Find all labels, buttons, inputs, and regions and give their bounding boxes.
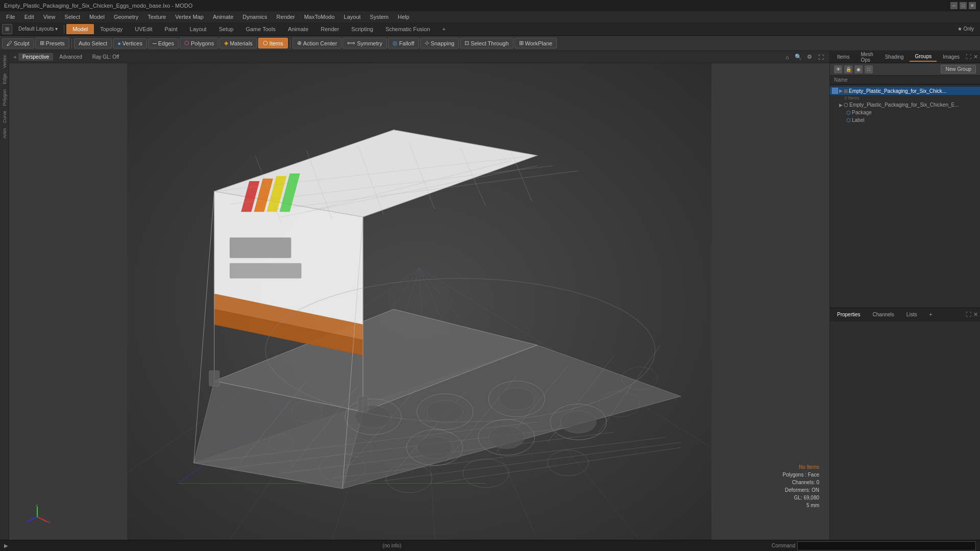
snapping-button[interactable]: ⊹ Snapping [420, 38, 459, 48]
viewport-advanced-btn[interactable]: Advanced [55, 53, 86, 61]
main-layout: Vertex Edge Polygon Curve Anim ◂ Perspec… [0, 51, 980, 540]
tab-topology[interactable]: Topology [94, 24, 129, 34]
rb-right: ⛶ ✕ [966, 311, 978, 318]
tab-game-tools[interactable]: Game Tools [239, 24, 282, 34]
menu-maxtomodo[interactable]: MaxToModo [300, 13, 339, 21]
edges-button[interactable]: ─ Edges [148, 38, 179, 48]
viewport-canvas[interactable]: No Items Polygons : Face Channels: 0 Def… [9, 63, 829, 540]
item-2-icon: ⬡ [846, 110, 851, 115]
minimize-button[interactable]: ─ [950, 2, 958, 9]
menu-render[interactable]: Render [273, 13, 299, 21]
close-button[interactable]: ✕ [969, 2, 976, 9]
rb-close-icon[interactable]: ✕ [973, 311, 978, 318]
vertices-button[interactable]: ● Vertices [113, 38, 147, 48]
tree-view: ▶ ⊞ Empty_Plastic_Packaging_for_Six_Chic… [830, 85, 980, 308]
menu-edit[interactable]: Edit [20, 13, 38, 21]
tab-separator [64, 25, 64, 33]
menu-file[interactable]: File [2, 13, 19, 21]
falloff-button[interactable]: ◎ Falloff [388, 38, 419, 48]
tab-scripting[interactable]: Scripting [345, 24, 379, 34]
menu-texture[interactable]: Texture [143, 13, 170, 21]
item-1-label: Empty_Plastic_Packaging_for_Six_Chicken_… [849, 102, 978, 108]
default-layouts[interactable]: Default Layouts ▾ [14, 26, 62, 32]
rb-tab-plus[interactable]: + [924, 310, 937, 319]
rb-tab-channels[interactable]: Channels [868, 310, 899, 319]
viewport-ray-gl-btn[interactable]: Ray GL: Off [88, 53, 124, 61]
tab-layout[interactable]: Layout [184, 24, 213, 34]
materials-button[interactable]: ◈ Materials [219, 38, 257, 48]
tree-item-3[interactable]: ⬡ Label [830, 116, 980, 124]
vertices-icon: ● [117, 40, 121, 46]
rp-tab-groups[interactable]: Groups [910, 52, 937, 62]
rp-tab-shading[interactable]: Shading [880, 53, 909, 61]
sidebar-curve[interactable]: Curve [1, 109, 8, 125]
tab-schematic[interactable]: Schematic Fusion [379, 24, 436, 34]
rp-tab-images[interactable]: Images [938, 53, 965, 61]
polygons-button[interactable]: ⬡ Polygons [180, 38, 218, 48]
menu-system[interactable]: System [366, 13, 393, 21]
menu-model[interactable]: Model [85, 13, 109, 21]
right-bottom-tabs: Properties Channels Lists + ⛶ ✕ [830, 308, 980, 321]
tree-item-1[interactable]: ▶ ⬡ Empty_Plastic_Packaging_for_Six_Chic… [830, 101, 980, 109]
tab-model[interactable]: Model [66, 24, 94, 34]
sculpt-button[interactable]: 🖊 Sculpt [2, 38, 34, 48]
select-through-button[interactable]: ⊡ Select Through [460, 38, 513, 48]
menu-help[interactable]: Help [394, 13, 413, 21]
groups-select-btn[interactable]: □ [865, 65, 873, 73]
groups-visibility-btn[interactable]: 👁 [834, 65, 842, 73]
menu-dynamics[interactable]: Dynamics [238, 13, 271, 21]
viewport-zoom-icon[interactable]: 🔍 [794, 53, 803, 62]
tree-item-2[interactable]: ⬡ Package [830, 109, 980, 116]
groups-lock-btn[interactable]: 🔒 [844, 65, 852, 73]
viewport-expand-icon[interactable]: ⛶ [816, 53, 825, 62]
groups-render-btn[interactable]: ◉ [854, 65, 863, 73]
menu-view[interactable]: View [39, 13, 60, 21]
item-3-icon: ⬡ [846, 117, 851, 123]
sidebar-anim[interactable]: Anim [1, 126, 8, 141]
rp-close-icon[interactable]: ✕ [973, 54, 978, 60]
viewport-header-right: ⌂ 🔍 ⚙ ⛶ [782, 53, 825, 62]
tab-setup[interactable]: Setup [213, 24, 240, 34]
tree-group-root[interactable]: ▶ ⊞ Empty_Plastic_Packaging_for_Six_Chic… [830, 87, 980, 95]
presets-icon: ⊞ [40, 40, 44, 46]
tab-animate[interactable]: Animate [282, 24, 314, 34]
rp-tab-mesh-ops[interactable]: Mesh Ops [855, 50, 878, 64]
rp-expand-icon[interactable]: ⛶ [966, 54, 971, 60]
tab-paint[interactable]: Paint [159, 24, 184, 34]
svg-text:Y: Y [24, 520, 27, 524]
workplane-button[interactable]: ⊞ WorkPlane [514, 38, 557, 48]
tab-render-modo[interactable]: Render [314, 24, 345, 34]
tab-add[interactable]: + [436, 24, 452, 34]
viewport-collapse[interactable]: ◂ [13, 54, 16, 60]
menu-animate[interactable]: Animate [209, 13, 237, 21]
maximize-button[interactable]: □ [960, 2, 967, 9]
group-checkbox[interactable] [832, 88, 838, 94]
rp-tab-items[interactable]: Items [832, 53, 854, 61]
svg-point-32 [499, 388, 534, 410]
symmetry-button[interactable]: ⟺ Symmetry [342, 38, 387, 48]
viewport[interactable]: ◂ Perspective Advanced Ray GL: Off ⌂ 🔍 ⚙… [9, 51, 829, 540]
menu-select[interactable]: Select [60, 13, 84, 21]
sidebar-edge[interactable]: Edge [1, 71, 8, 86]
presets-button[interactable]: ⊞ Presets [35, 38, 69, 48]
action-center-button[interactable]: ⊕ Action Center [292, 38, 342, 48]
status-info: (no info) [12, 543, 772, 548]
sidebar-polygon[interactable]: Polygon [1, 87, 8, 108]
tab-uvedit[interactable]: UVEdit [129, 24, 158, 34]
layout-icon[interactable]: ⊞ [2, 24, 12, 34]
menu-layout[interactable]: Layout [340, 13, 365, 21]
items-button[interactable]: ⬡ Items [258, 38, 288, 48]
viewport-settings-icon[interactable]: ⚙ [805, 53, 814, 62]
rb-tab-properties[interactable]: Properties [832, 310, 866, 319]
new-group-button[interactable]: New Group [941, 65, 976, 73]
viewport-perspective-btn[interactable]: Perspective [18, 53, 53, 61]
command-input[interactable] [797, 541, 976, 550]
group-count: 3 Items [830, 95, 980, 101]
rb-tab-lists[interactable]: Lists [901, 310, 922, 319]
sidebar-vertex[interactable]: Vertex [1, 53, 8, 70]
viewport-home-icon[interactable]: ⌂ [782, 53, 792, 62]
menu-vertex-map[interactable]: Vertex Map [171, 13, 208, 21]
auto-select-button[interactable]: Auto Select [74, 38, 112, 48]
menu-geometry[interactable]: Geometry [110, 13, 142, 21]
rb-expand-icon[interactable]: ⛶ [966, 311, 971, 318]
